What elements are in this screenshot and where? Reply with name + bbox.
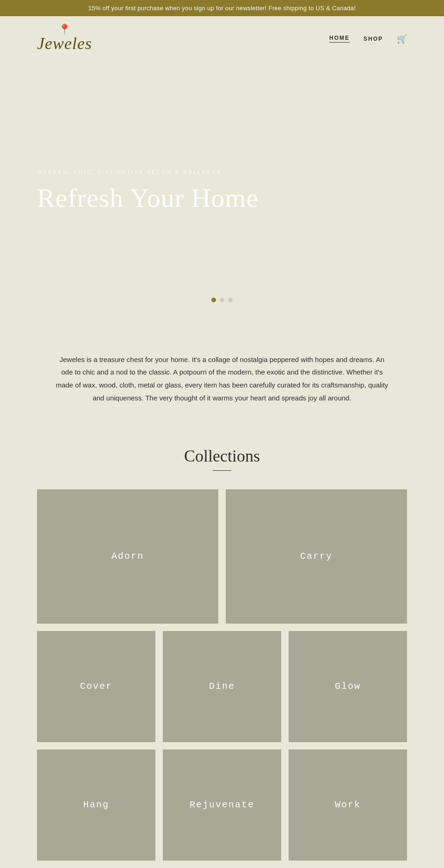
dot-3[interactable]: [228, 298, 233, 302]
about-text: Jeweles is a treasure chest for your hom…: [56, 353, 388, 405]
hero-dots: [211, 298, 233, 302]
hero-subtitle: MODERN, CHIC, DISTINCTIVE DECOR & WELLNE…: [37, 169, 259, 175]
cart-icon[interactable]: 🛒: [397, 34, 407, 44]
hero-title: Refresh Your Home: [37, 183, 259, 213]
announcement-bar: 15% off your first purchase when you sig…: [0, 0, 444, 16]
collections-section: Collections Adorn Carry Cover Dine Glow …: [0, 437, 444, 868]
collection-dine[interactable]: Dine: [163, 631, 281, 742]
collections-bottom-row: Hang Rejuvenate Work: [37, 749, 407, 861]
collection-cover[interactable]: Cover: [37, 631, 155, 742]
collections-top-row: Adorn Carry: [37, 489, 407, 624]
collection-carry-label: Carry: [300, 551, 333, 562]
about-section: Jeweles is a treasure chest for your hom…: [0, 321, 444, 437]
nav-shop[interactable]: SHOP: [364, 36, 383, 42]
collection-hang-label: Hang: [83, 799, 109, 810]
dot-1[interactable]: [211, 298, 216, 302]
collection-hang[interactable]: Hang: [37, 749, 155, 861]
hero-content: MODERN, CHIC, DISTINCTIVE DECOR & WELLNE…: [37, 169, 259, 213]
collection-adorn-label: Adorn: [111, 551, 144, 562]
collection-dine-label: Dine: [209, 681, 235, 692]
nav-home[interactable]: HOME: [329, 35, 350, 43]
logo-pin-icon: 📍: [58, 25, 71, 35]
collection-adorn[interactable]: Adorn: [37, 489, 218, 624]
collection-work[interactable]: Work: [289, 749, 407, 861]
collection-glow[interactable]: Glow: [289, 631, 407, 742]
announcement-text: 15% off your first purchase when you sig…: [88, 5, 356, 12]
collection-rejuvenate-label: Rejuvenate: [190, 799, 254, 810]
dot-2[interactable]: [220, 298, 224, 302]
collection-cover-label: Cover: [80, 681, 112, 692]
collection-glow-label: Glow: [335, 681, 361, 692]
logo[interactable]: 📍 Jeweles: [37, 25, 92, 53]
collections-middle-row: Cover Dine Glow: [37, 631, 407, 742]
header: 📍 Jeweles HOME SHOP 🛒: [0, 16, 444, 62]
collections-title: Collections: [37, 446, 407, 466]
logo-text: Jeweles: [37, 35, 92, 53]
collection-work-label: Work: [335, 799, 361, 810]
collections-divider: [213, 470, 231, 471]
nav: HOME SHOP 🛒: [329, 34, 407, 44]
collection-rejuvenate[interactable]: Rejuvenate: [163, 749, 281, 861]
hero-section: MODERN, CHIC, DISTINCTIVE DECOR & WELLNE…: [0, 62, 444, 321]
collection-carry[interactable]: Carry: [226, 489, 407, 624]
